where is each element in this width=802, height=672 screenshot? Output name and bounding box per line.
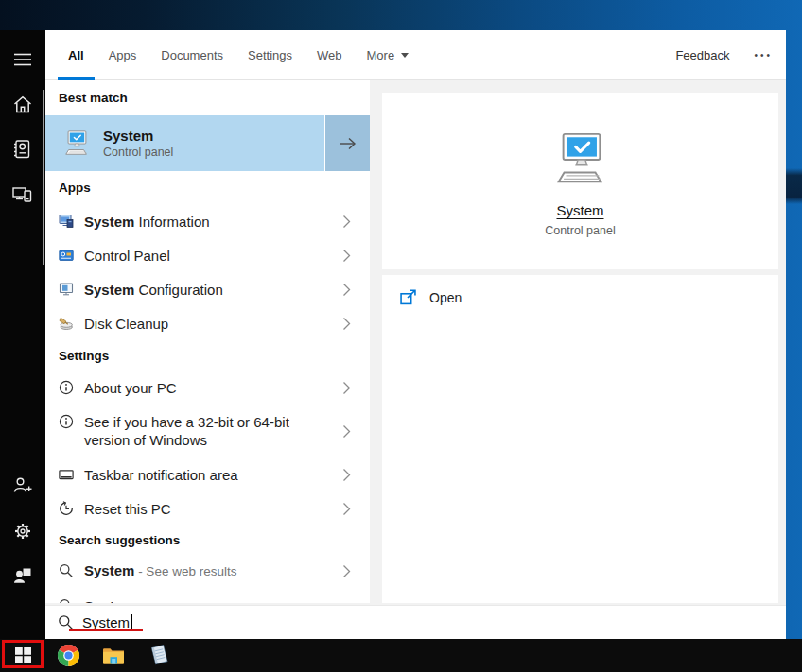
item-label: See if you have a 32-bit or 64-bit versi… [84,413,313,449]
item-label: Taskbar notification area [84,466,335,484]
results-list: Best match System Cont [45,80,370,603]
list-item-disk-cleanup[interactable]: Disk Cleanup [45,306,370,340]
preview-panel: System Control panel [382,93,778,269]
user-feedback-icon[interactable] [11,565,34,588]
best-match-title: System [103,127,173,145]
section-header-apps: Apps [45,171,370,204]
reset-history-icon [59,501,74,516]
list-item-about-your-pc[interactable]: About your PC [45,370,370,405]
list-item-web-suggestion[interactable]: System - See web results [45,554,370,588]
open-external-icon [400,289,416,305]
arrow-right-icon [338,136,358,151]
search-filter-tabs: All Apps Documents Settings Web More Fee… [45,30,786,80]
best-match-subtitle: Control panel [103,145,173,160]
list-item-system-information[interactable]: System Information [45,204,370,238]
notepad-icon [148,644,171,667]
results-body: Best match System Cont [45,80,786,605]
settings-gear-icon[interactable] [11,520,34,543]
preview-subtitle: Control panel [545,224,615,237]
taskbar-item-chrome[interactable] [45,639,91,672]
expand-preview-button[interactable] [324,115,370,171]
chevron-down-icon [401,53,409,58]
best-match-text: System Control panel [103,127,173,160]
start-sidebar [0,30,45,639]
search-bar[interactable]: System [45,605,786,639]
item-label: - See web results [134,564,236,578]
disk-cleanup-icon [59,316,74,331]
item-label-bold: System [84,214,134,230]
item-label-bold: System [84,598,134,604]
folder-icon [101,645,126,667]
item-label: Configuration [134,282,222,298]
item-label: About your PC [84,379,335,397]
taskbar-icon [59,467,74,482]
search-icon [59,563,74,578]
tab-all[interactable]: All [58,30,95,80]
chevron-right-icon [342,215,351,229]
system-information-icon [59,214,74,229]
system-computer-icon-large [549,130,612,189]
info-circle-icon [59,380,74,395]
section-header-settings: Settings [45,340,370,370]
item-label-bold: System [84,282,134,298]
system-configuration-icon [59,282,74,297]
system-computer-icon [62,129,91,158]
list-item-32bit-64bit[interactable]: See if you have a 32-bit or 64-bit versi… [45,405,370,457]
info-circle-icon [59,414,74,429]
list-item-control-panel[interactable]: Control Panel [45,238,370,272]
journal-icon[interactable] [11,138,34,161]
item-label: Information [134,214,209,230]
chevron-right-icon [342,317,351,331]
annotation-search-underline [69,629,143,631]
desktop: All Apps Documents Settings Web More Fee… [0,0,802,672]
best-match-main[interactable]: System Control panel [45,115,324,171]
control-panel-icon [59,248,74,263]
start-search-flyout: All Apps Documents Settings Web More Fee… [0,30,786,639]
devices-icon[interactable] [11,183,34,206]
list-scrollbar[interactable] [43,90,44,265]
chevron-right-icon [342,283,351,297]
search-icon [59,598,74,603]
section-header-best-match: Best match [45,80,370,115]
list-item-web-suggestion-cutoff[interactable]: System [45,589,370,603]
chrome-icon [57,644,80,667]
tab-apps[interactable]: Apps [98,30,148,80]
best-match-row[interactable]: System Control panel [45,115,370,171]
taskbar [0,639,802,672]
tab-documents[interactable]: Documents [150,30,234,80]
item-label: Control Panel [84,248,170,264]
chevron-right-icon [342,502,351,516]
open-action[interactable]: Open [382,275,778,305]
hamburger-menu-icon[interactable] [11,48,34,71]
chevron-right-icon [342,381,351,395]
chevron-right-icon [342,249,351,263]
feedback-button[interactable]: Feedback [670,48,735,62]
more-options-button[interactable]: ••• [754,50,773,60]
add-account-icon[interactable] [11,474,34,497]
tab-web[interactable]: Web [306,30,353,80]
item-label-bold: System [84,562,134,578]
preview-actions-panel: Open [382,275,778,603]
home-icon[interactable] [11,94,34,116]
list-item-reset-this-pc[interactable]: Reset this PC [45,491,370,526]
desktop-wallpaper-band [783,168,802,204]
tab-more[interactable]: More [357,30,420,80]
tab-settings[interactable]: Settings [237,30,303,80]
chevron-right-icon [342,468,351,482]
list-item-system-configuration[interactable]: System Configuration [45,272,370,306]
chevron-right-icon [342,424,351,439]
taskbar-item-notepad[interactable] [136,639,182,672]
item-label: Disk Cleanup [84,316,168,332]
list-item-taskbar-notification-area[interactable]: Taskbar notification area [45,457,370,491]
annotation-start-button-box [2,640,44,668]
section-header-search-suggestions: Search suggestions [45,526,370,554]
preview-title[interactable]: System [556,202,603,218]
item-label: Reset this PC [84,500,335,518]
chevron-right-icon [342,564,351,578]
taskbar-item-file-explorer[interactable] [91,639,136,672]
open-action-label: Open [429,290,462,305]
